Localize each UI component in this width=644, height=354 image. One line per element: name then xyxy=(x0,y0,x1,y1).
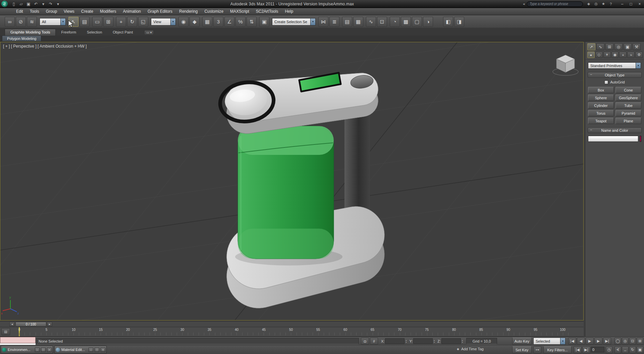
primitive-torus-button[interactable]: Torus xyxy=(588,110,614,116)
pan-button[interactable]: ↔ xyxy=(622,346,629,353)
select-and-rotate-button[interactable]: ↻ xyxy=(127,17,137,27)
redo-history-arrow-icon[interactable]: ▾ xyxy=(55,1,61,7)
subscription-center-icon[interactable]: ◈ xyxy=(585,1,592,7)
shapes-category[interactable]: ◇ xyxy=(595,52,603,58)
primitive-teapot-button[interactable]: Teapot xyxy=(588,118,614,124)
save-file-icon[interactable]: ▣ xyxy=(25,1,32,7)
rendered-frame-window-button[interactable]: ▢ xyxy=(412,17,422,27)
create-tab[interactable]: ↗ xyxy=(587,43,595,50)
primitive-cone-button[interactable]: Cone xyxy=(615,87,641,93)
new-scene-icon[interactable]: ▯ xyxy=(10,1,17,7)
spinner-snap-button[interactable]: ⇅ xyxy=(247,17,257,27)
window-crossing-toggle-button[interactable]: ⊞ xyxy=(103,17,113,27)
selection-filter-dropdown[interactable]: All ▾ xyxy=(40,18,66,25)
ribbon-tab-freeform[interactable]: Freeform xyxy=(56,29,82,36)
play-button[interactable]: ▶ xyxy=(586,338,594,345)
autogrid-checkbox[interactable] xyxy=(604,80,608,84)
mirror-button[interactable]: ⋈ xyxy=(318,17,328,27)
keyboard-shortcut-override-button[interactable]: ▦ xyxy=(202,17,212,27)
favorites-icon[interactable]: ★ xyxy=(600,1,607,7)
select-and-manipulate-button[interactable]: ◆ xyxy=(190,17,200,27)
maximize-viewport-toggle-button[interactable]: ▣ xyxy=(637,346,643,353)
absolute-offset-toggle-button[interactable]: # xyxy=(370,338,378,345)
previous-frame-button[interactable]: ◀ xyxy=(577,338,585,345)
menu-group[interactable]: Group xyxy=(43,8,60,14)
close-button[interactable]: × xyxy=(635,1,644,7)
snaps-toggle-3d-button[interactable]: 3 xyxy=(213,17,223,27)
set-keys-mode-button[interactable]: ⊶ xyxy=(533,346,541,353)
menu-graph-editors[interactable]: Graph Editors xyxy=(144,8,176,14)
time-configuration-button[interactable]: ◷ xyxy=(606,346,612,353)
viewcube[interactable] xyxy=(553,55,578,75)
infocenter-collapse-icon[interactable]: ◂ xyxy=(523,2,525,6)
object-type-rollout-header[interactable]: − Object Type xyxy=(588,72,642,78)
systems-category[interactable]: ⚙ xyxy=(635,52,643,58)
space-warps-category[interactable]: ≈ xyxy=(627,52,635,58)
menu-sc2arttools[interactable]: SC2ArtTools xyxy=(253,8,282,14)
docked-tool-button-1[interactable]: ◧ xyxy=(443,17,453,27)
x-spinner[interactable]: ▴▾ xyxy=(406,339,407,343)
z-coordinate-field[interactable] xyxy=(441,338,461,344)
goto-end-button[interactable]: ▶| xyxy=(603,338,611,345)
add-time-tag-control[interactable]: ◆ Add Time Tag xyxy=(457,347,484,351)
menu-animation[interactable]: Animation xyxy=(120,8,144,14)
menu-tools[interactable]: Tools xyxy=(26,8,43,14)
perspective-viewport[interactable]: x y z [ + ] [ Perspective ] [ Ambient Oc… xyxy=(0,42,584,320)
primitive-box-button[interactable]: Box xyxy=(588,87,614,93)
curve-editor-button[interactable]: ∿ xyxy=(366,17,376,27)
primitive-sphere-button[interactable]: Sphere xyxy=(588,95,614,101)
viewport-label[interactable]: [ + ] [ Perspective ] [ Ambient Occlusio… xyxy=(3,44,87,49)
use-pivot-center-button[interactable]: ◉ xyxy=(178,17,189,27)
minimized-material-editor-window[interactable]: Material Edit... – □ × xyxy=(54,346,107,354)
ribbon-tab-selection[interactable]: Selection xyxy=(82,29,107,36)
ribbon-tab-graphite-modeling-tools[interactable]: Graphite Modeling Tools xyxy=(5,29,56,36)
lights-category[interactable]: ☀ xyxy=(603,52,611,58)
y-spinner[interactable]: ▴▾ xyxy=(434,339,435,343)
utilities-tab[interactable]: ⚒ xyxy=(633,43,641,50)
open-file-icon[interactable]: ▱ xyxy=(18,1,24,7)
key-filters-button[interactable]: Key Filters... xyxy=(543,346,572,353)
hierarchy-tab[interactable]: ⊞ xyxy=(605,43,613,50)
modify-tab[interactable]: ∿ xyxy=(596,43,604,50)
y-coordinate-field[interactable] xyxy=(413,338,433,344)
menu-views[interactable]: Views xyxy=(60,8,78,14)
primitive-plane-button[interactable]: Plane xyxy=(615,118,641,124)
name-and-color-rollout-header[interactable]: − Name and Color xyxy=(588,127,642,133)
helpers-category[interactable]: + xyxy=(619,52,627,58)
object-color-swatch[interactable] xyxy=(640,136,641,142)
named-selection-sets-dropdown[interactable]: Create Selection Se ▾ xyxy=(272,18,316,25)
model-impulse-ammo[interactable] xyxy=(218,73,384,308)
rectangular-selection-region-button[interactable]: ▭ xyxy=(92,17,102,27)
edit-named-selection-sets-button[interactable]: ▣ xyxy=(259,17,269,27)
select-and-link-button[interactable]: ∞ xyxy=(5,17,15,27)
material-editor-button[interactable]: ◔ xyxy=(390,17,400,27)
undo-history-arrow-icon[interactable]: ▾ xyxy=(40,1,47,7)
search-input[interactable] xyxy=(527,1,583,7)
render-production-button[interactable]: ◑ xyxy=(423,17,433,27)
primitive-cylinder-button[interactable]: Cylinder xyxy=(588,102,614,109)
window-close-icon[interactable]: × xyxy=(47,348,52,352)
menu-help[interactable]: Help xyxy=(281,8,297,14)
cameras-category[interactable]: ◉ xyxy=(611,52,619,58)
select-by-name-button[interactable]: ▤ xyxy=(79,17,90,27)
primitive-geosphere-button[interactable]: GeoSphere xyxy=(615,95,641,101)
time-slider-track[interactable]: ◂ 0 / 100 ▸ xyxy=(0,321,584,327)
next-key-button[interactable]: ▶| xyxy=(582,346,590,353)
redo-icon[interactable]: ↷ xyxy=(47,1,54,7)
align-button[interactable]: ≣ xyxy=(329,17,339,27)
open-mini-curve-editor-button[interactable]: ▤ xyxy=(1,328,10,335)
window-restore-icon[interactable]: □ xyxy=(41,348,46,352)
goto-start-button[interactable]: |◀ xyxy=(568,338,576,345)
current-frame-field[interactable] xyxy=(591,347,604,352)
zoom-all-button[interactable]: ◎ xyxy=(622,338,629,345)
next-frame-button[interactable]: ▶ xyxy=(594,338,602,345)
layer-manager-button[interactable]: ▤ xyxy=(342,17,352,27)
unlink-selection-button[interactable]: ⊘ xyxy=(16,17,26,27)
primitive-pyramid-button[interactable]: Pyramid xyxy=(615,110,641,116)
menu-customize[interactable]: Customize xyxy=(201,8,227,14)
x-coordinate-field[interactable] xyxy=(385,338,405,344)
zoom-extents-all-button[interactable]: ⊞ xyxy=(637,338,643,345)
undo-icon[interactable]: ↶ xyxy=(33,1,39,7)
menu-maxscript[interactable]: MAXScript xyxy=(227,8,253,14)
application-menu-button[interactable]: Ƨ xyxy=(1,1,8,7)
